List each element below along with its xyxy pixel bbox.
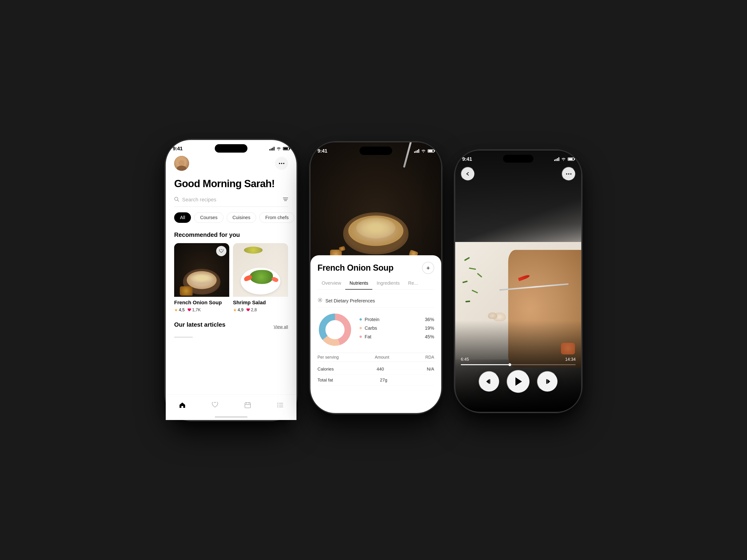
fat-amount: 27g bbox=[380, 377, 387, 383]
skip-back-button[interactable] bbox=[479, 371, 499, 392]
battery-fill-1 bbox=[284, 148, 288, 150]
p2-hero-image bbox=[310, 142, 441, 264]
wifi-icon-1 bbox=[276, 147, 281, 151]
current-time: 6:45 bbox=[461, 357, 469, 362]
svg-point-0 bbox=[279, 150, 279, 150]
favorite-btn-1[interactable] bbox=[216, 246, 227, 256]
svg-marker-26 bbox=[547, 379, 550, 384]
nav-list[interactable] bbox=[277, 402, 283, 408]
chip-cuisines[interactable]: Cuisines bbox=[227, 212, 256, 223]
svg-point-10 bbox=[277, 403, 278, 404]
rating-value-2: 4,9 bbox=[238, 308, 243, 313]
search-icon bbox=[174, 197, 179, 203]
soup-image bbox=[174, 243, 229, 297]
svg-rect-25 bbox=[489, 379, 490, 384]
skip-forward-button[interactable] bbox=[537, 371, 558, 392]
status-bar-3: 9:41 bbox=[455, 151, 581, 164]
star-icon-2: ★ bbox=[233, 308, 237, 313]
avatar-face bbox=[174, 156, 189, 171]
rating-1: ★ 4,5 bbox=[174, 308, 185, 313]
likes-value-2: 2,8 bbox=[251, 308, 257, 313]
chip-courses[interactable]: Courses bbox=[194, 212, 223, 223]
legend-carbs: Carbs 19% bbox=[360, 325, 434, 331]
phone-1: 9:41 bbox=[166, 140, 297, 420]
fat-pct: 45% bbox=[425, 334, 434, 340]
dietary-label: Set Dietary Preferences bbox=[326, 298, 375, 303]
filter-chips: All Courses Cuisines From chefs bbox=[174, 212, 288, 223]
p1-header bbox=[174, 154, 288, 171]
recipe-cards: French Onion Soup ★ 4,5 bbox=[174, 243, 288, 313]
add-icon: + bbox=[426, 264, 430, 272]
phone-1-inner: 9:41 bbox=[166, 140, 297, 420]
svg-rect-6 bbox=[245, 403, 251, 408]
carbs-pct: 19% bbox=[425, 325, 434, 331]
phones-container: 9:41 bbox=[166, 140, 581, 420]
card-info-1: French Onion Soup ★ 4,5 bbox=[174, 297, 229, 313]
p2-title-row: French Onion Soup + bbox=[317, 262, 434, 274]
progress-fill bbox=[461, 364, 511, 365]
phone-3-inner: 9:41 bbox=[455, 151, 581, 412]
nutrition-table-header: Per serving Amount RDA bbox=[317, 353, 434, 362]
chip-all[interactable]: All bbox=[174, 212, 191, 223]
svg-point-11 bbox=[277, 405, 278, 405]
play-button[interactable] bbox=[507, 370, 530, 393]
battery-icon-3 bbox=[568, 158, 574, 161]
svg-point-16 bbox=[423, 152, 424, 153]
more-button-3[interactable] bbox=[562, 167, 576, 181]
signal-bar-4 bbox=[274, 147, 275, 151]
articles-row: Our latest articles View all bbox=[174, 321, 288, 333]
signal-bar-3 bbox=[272, 148, 273, 151]
more-dots bbox=[279, 163, 284, 164]
progress-bar[interactable] bbox=[461, 364, 576, 365]
fat-name: Fat bbox=[365, 334, 371, 340]
soup-hero-bowl bbox=[343, 212, 409, 254]
col-per-serving: Per serving bbox=[317, 355, 339, 360]
home-indicator-1 bbox=[215, 416, 248, 418]
chip-from-chefs[interactable]: From chefs bbox=[259, 212, 294, 223]
rating-2: ★ 4,9 bbox=[233, 308, 243, 313]
svg-marker-24 bbox=[486, 379, 489, 384]
nav-home[interactable] bbox=[179, 402, 186, 408]
home-indicator-3 bbox=[502, 408, 535, 409]
p3-video-content: 9:41 bbox=[455, 151, 581, 412]
protein-name: Protein bbox=[365, 317, 379, 322]
signal-bar-2 bbox=[271, 149, 272, 151]
back-button[interactable] bbox=[461, 167, 475, 181]
view-all-link[interactable]: View all bbox=[274, 325, 288, 329]
tab-nutrients[interactable]: Nutrients bbox=[345, 278, 372, 290]
avatar[interactable] bbox=[174, 156, 189, 171]
card-info-2: Shrimp Salad ★ 4,9 2, bbox=[233, 297, 288, 313]
protein-pct: 36% bbox=[425, 317, 434, 322]
protein-dot bbox=[360, 318, 362, 321]
more-button-1[interactable] bbox=[275, 157, 288, 170]
nutrients-legend: Protein 36% Carbs 19% bbox=[360, 317, 434, 343]
nav-calendar[interactable] bbox=[244, 402, 251, 408]
search-left: Search recipes bbox=[174, 197, 216, 203]
tab-overview[interactable]: Overview bbox=[317, 278, 345, 290]
status-time-2: 9:41 bbox=[317, 148, 327, 154]
nutrients-section: Protein 36% Carbs 19% bbox=[317, 312, 434, 347]
search-placeholder[interactable]: Search recipes bbox=[182, 197, 216, 203]
calories-name: Calories bbox=[317, 367, 334, 372]
status-icons-2 bbox=[414, 149, 434, 153]
filter-icon[interactable] bbox=[283, 197, 288, 202]
add-recipe-button[interactable]: + bbox=[422, 262, 434, 274]
svg-point-17 bbox=[319, 299, 321, 301]
fat-dot bbox=[360, 336, 362, 338]
recommended-title: Recommended for you bbox=[174, 231, 288, 238]
star-icon-1: ★ bbox=[174, 308, 178, 313]
likes-1: 1,7K bbox=[187, 308, 201, 313]
time-labels: 6:45 14:34 bbox=[461, 357, 576, 362]
total-time: 14:34 bbox=[565, 357, 576, 362]
recipe-card-1[interactable]: French Onion Soup ★ 4,5 bbox=[174, 243, 229, 313]
card-title-2: Shrimp Salad bbox=[233, 300, 288, 306]
tab-reviews[interactable]: Re... bbox=[404, 278, 422, 290]
more-dots-3 bbox=[566, 174, 571, 175]
tab-ingredients[interactable]: Ingredients bbox=[372, 278, 404, 290]
p1-content: Good Morning Sarah! Search recipes bbox=[166, 154, 297, 338]
svg-rect-27 bbox=[546, 379, 547, 384]
phone-3: 9:41 bbox=[455, 151, 581, 412]
nav-favorites[interactable] bbox=[212, 402, 218, 408]
recipe-card-2[interactable]: Shrimp Salad ★ 4,9 2, bbox=[233, 243, 288, 313]
dynamic-island-1 bbox=[215, 144, 248, 153]
